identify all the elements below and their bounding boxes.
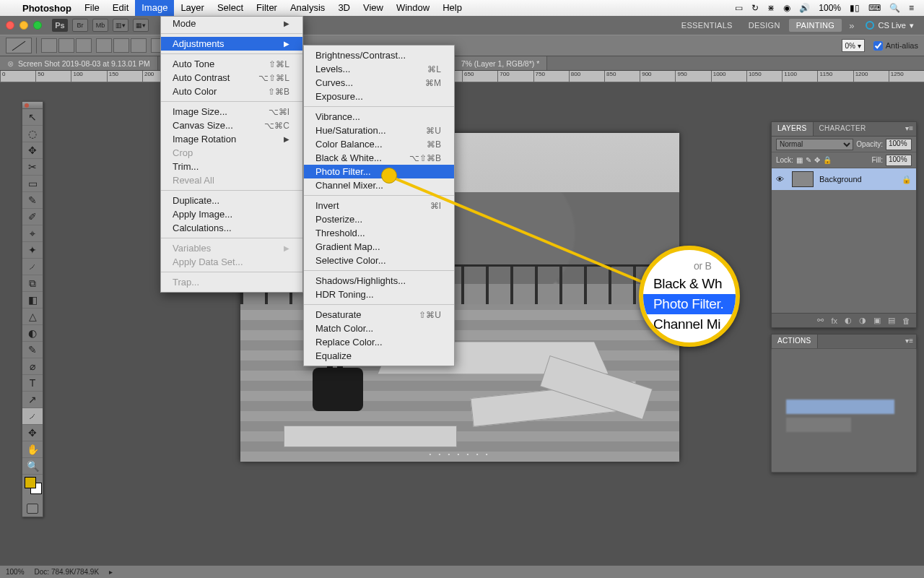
minibridge-button[interactable]: Mb bbox=[92, 19, 108, 32]
adj-gradient-map[interactable]: Gradient Map... bbox=[304, 240, 454, 254]
tool-9[interactable]: ⟋ bbox=[22, 259, 43, 275]
mi-apply-image[interactable]: Apply Image... bbox=[161, 207, 302, 221]
cap-options[interactable] bbox=[41, 38, 92, 53]
zoom-level[interactable]: 100% bbox=[6, 568, 25, 576]
minimize-window[interactable] bbox=[19, 21, 28, 30]
cs-live[interactable]: CS Live▾ bbox=[861, 21, 918, 30]
zoom-window[interactable] bbox=[33, 21, 42, 30]
mi-auto-contrast[interactable]: Auto Contrast⌥⇧⌘L bbox=[161, 71, 302, 85]
blend-mode[interactable]: Normal bbox=[776, 139, 853, 150]
ws-expand[interactable]: » bbox=[843, 20, 860, 31]
mi-canvas-size[interactable]: Canvas Size...⌥⌘C bbox=[161, 118, 302, 132]
mi-auto-color[interactable]: Auto Color⇧⌘B bbox=[161, 85, 302, 98]
menu-3d[interactable]: 3D bbox=[331, 0, 357, 16]
adj-match[interactable]: Match Color... bbox=[304, 322, 454, 335]
adj-vibrance[interactable]: Vibrance... bbox=[304, 110, 454, 124]
adj-photo-filter[interactable]: Photo Filter... bbox=[304, 165, 454, 178]
menu-icon[interactable]: ≡ bbox=[909, 3, 914, 13]
doc-tab-2[interactable]: 7% (Layer 1, RGB/8*) * bbox=[454, 56, 548, 70]
screen-mode-button[interactable]: ▥▾ bbox=[113, 19, 128, 32]
mi-adjustments[interactable]: Adjustments▶ bbox=[161, 37, 302, 51]
adj-hdr[interactable]: HDR Toning... bbox=[304, 288, 454, 301]
panel-menu-icon[interactable]: ▾≡ bbox=[905, 124, 913, 132]
trash-icon[interactable]: 🗑 bbox=[902, 316, 910, 325]
tool-21[interactable]: 🔍 bbox=[22, 458, 43, 475]
lock-all-icon[interactable]: 🔒 bbox=[823, 156, 832, 164]
menu-help[interactable]: Help bbox=[436, 0, 468, 16]
opacity-field[interactable]: 0% ▾ bbox=[842, 39, 865, 52]
tool-12[interactable]: △ bbox=[22, 309, 43, 325]
menu-layer[interactable]: Layer bbox=[174, 0, 211, 16]
bridge-button[interactable]: Br bbox=[72, 19, 88, 32]
tab-character[interactable]: CHARACTER bbox=[814, 122, 872, 136]
layer-row-background[interactable]: 👁 Background 🔒 bbox=[772, 168, 916, 190]
adj-replace[interactable]: Replace Color... bbox=[304, 335, 454, 349]
tool-18[interactable]: ⟋ bbox=[22, 408, 43, 425]
mi-image-size[interactable]: Image Size...⌥⌘I bbox=[161, 105, 302, 118]
spotlight-icon[interactable]: 🔍 bbox=[889, 3, 900, 13]
mi-duplicate[interactable]: Duplicate... bbox=[161, 194, 302, 207]
close-icon[interactable]: ⊗ bbox=[7, 59, 14, 68]
ws-painting[interactable]: PAINTING bbox=[789, 19, 842, 32]
fill-value[interactable]: 100% bbox=[886, 155, 912, 166]
panel-menu-icon[interactable]: ▾≡ bbox=[905, 337, 913, 345]
mi-mode[interactable]: Mode▶ bbox=[161, 17, 302, 30]
adj-equalize[interactable]: Equalize bbox=[304, 349, 454, 363]
adj-bw[interactable]: Black & White...⌥⇧⌘B bbox=[304, 151, 454, 165]
fx-icon[interactable]: fx bbox=[831, 316, 837, 325]
menu-select[interactable]: Select bbox=[211, 0, 250, 16]
menu-analysis[interactable]: Analysis bbox=[284, 0, 331, 16]
mi-trim[interactable]: Trim... bbox=[161, 160, 302, 173]
mi-calculations[interactable]: Calculations... bbox=[161, 221, 302, 235]
tool-7[interactable]: ⌖ bbox=[22, 225, 43, 242]
tool-8[interactable]: ✦ bbox=[22, 242, 43, 259]
menu-edit[interactable]: Edit bbox=[106, 0, 135, 16]
group-icon[interactable]: ▣ bbox=[873, 316, 881, 325]
ws-essentials[interactable]: ESSENTIALS bbox=[674, 19, 740, 32]
tool-15[interactable]: ⌀ bbox=[22, 358, 43, 375]
link-icon[interactable]: ⚯ bbox=[817, 316, 824, 325]
lock-paint-icon[interactable]: ✎ bbox=[806, 156, 811, 164]
mask-icon[interactable]: ◐ bbox=[845, 316, 852, 325]
adj-desaturate[interactable]: Desaturate⇧⌘U bbox=[304, 308, 454, 322]
close-window[interactable] bbox=[6, 21, 14, 30]
tool-1[interactable]: ◌ bbox=[22, 126, 43, 142]
tool-13[interactable]: ◐ bbox=[22, 325, 43, 342]
menu-image[interactable]: Image bbox=[135, 0, 174, 16]
adj-color-balance[interactable]: Color Balance...⌘B bbox=[304, 137, 454, 151]
status-arrow-icon[interactable]: ▸ bbox=[109, 568, 113, 576]
tool-14[interactable]: ✎ bbox=[22, 342, 43, 358]
menu-file[interactable]: File bbox=[78, 0, 106, 16]
adjustment-icon[interactable]: ◑ bbox=[859, 316, 866, 325]
menu-window[interactable]: Window bbox=[390, 0, 436, 16]
adj-channel-mixer[interactable]: Channel Mixer... bbox=[304, 178, 454, 192]
color-swatches[interactable] bbox=[22, 475, 43, 501]
tool-2[interactable]: ✥ bbox=[22, 142, 43, 159]
lock-trans-icon[interactable]: ▦ bbox=[796, 156, 803, 164]
doc-tab-1[interactable]: ⊗Screen Shot 2019-08-03 at 9.13.01 PM bbox=[0, 56, 158, 70]
toolbox-header[interactable] bbox=[22, 102, 43, 109]
adj-selective[interactable]: Selective Color... bbox=[304, 254, 454, 267]
tool-3[interactable]: ✂ bbox=[22, 159, 43, 176]
ws-design[interactable]: DESIGN bbox=[741, 19, 788, 32]
arrange-button[interactable]: ▦▾ bbox=[133, 19, 149, 32]
tool-16[interactable]: T bbox=[22, 375, 43, 392]
adj-levels[interactable]: Levels...⌘L bbox=[304, 62, 454, 76]
tool-11[interactable]: ◧ bbox=[22, 292, 43, 309]
tool-5[interactable]: ✎ bbox=[22, 192, 43, 209]
tab-layers[interactable]: LAYERS bbox=[772, 122, 814, 136]
tool-17[interactable]: ↗ bbox=[22, 392, 43, 408]
adj-shadows[interactable]: Shadows/Highlights... bbox=[304, 274, 454, 288]
new-layer-icon[interactable]: ▤ bbox=[888, 316, 895, 325]
adj-invert[interactable]: Invert⌘I bbox=[304, 199, 454, 212]
menu-filter[interactable]: Filter bbox=[250, 0, 284, 16]
quickmask-button[interactable] bbox=[22, 501, 43, 517]
adj-threshold[interactable]: Threshold... bbox=[304, 226, 454, 240]
lock-pos-icon[interactable]: ✥ bbox=[814, 156, 820, 164]
tab-actions[interactable]: ACTIONS bbox=[772, 335, 818, 348]
tool-20[interactable]: ✋ bbox=[22, 441, 43, 458]
mi-auto-tone[interactable]: Auto Tone⇧⌘L bbox=[161, 57, 302, 71]
adj-brightness[interactable]: Brightness/Contrast... bbox=[304, 48, 454, 62]
tool-10[interactable]: ⧉ bbox=[22, 275, 43, 292]
tool-6[interactable]: ✐ bbox=[22, 209, 43, 225]
